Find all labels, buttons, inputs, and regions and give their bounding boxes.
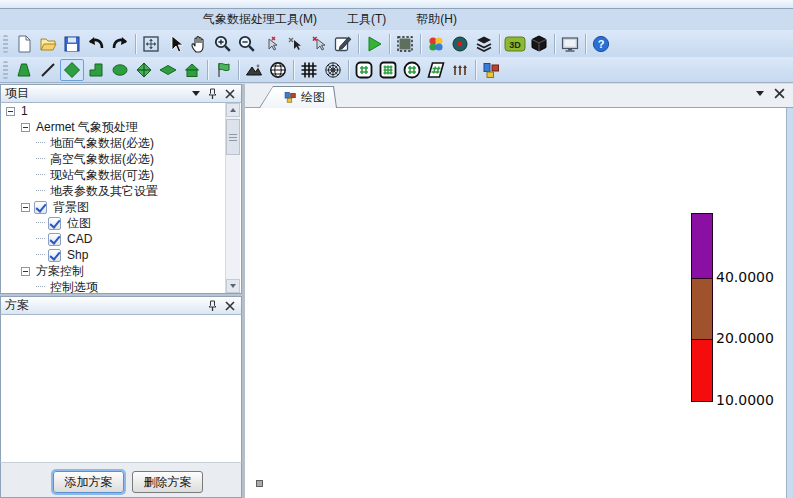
cube-icon[interactable] xyxy=(527,33,551,55)
tree-item-label[interactable]: 地面气象数据(必选) xyxy=(48,135,156,152)
tree-checkbox[interactable] xyxy=(48,233,61,246)
polygon-tool-icon[interactable] xyxy=(84,59,108,81)
help-icon[interactable]: ? xyxy=(589,33,613,55)
zoom-in-icon[interactable] xyxy=(211,33,235,55)
menu-help[interactable]: 帮助(H) xyxy=(408,9,465,30)
tree-expander-icon[interactable] xyxy=(21,123,30,132)
tree-item-label[interactable]: 方案控制 xyxy=(34,263,86,280)
tree-checkbox[interactable] xyxy=(48,249,61,262)
layers-icon[interactable] xyxy=(472,33,496,55)
color-blocks-icon[interactable] xyxy=(479,59,503,81)
fit-view-icon[interactable] xyxy=(139,33,163,55)
tree-item-label[interactable]: CAD xyxy=(65,232,94,246)
save-icon[interactable] xyxy=(60,33,84,55)
building-tool-icon[interactable] xyxy=(180,59,204,81)
tree-connector xyxy=(36,158,45,160)
tree-row[interactable]: CAD xyxy=(1,231,241,247)
grid-tool-icon[interactable] xyxy=(297,59,321,81)
tree-row[interactable]: 方案控制 xyxy=(1,263,241,279)
vertex-select-icon[interactable] xyxy=(259,33,283,55)
grid-rect-alt-icon[interactable] xyxy=(376,59,400,81)
tree-row[interactable]: 背景图 xyxy=(1,199,241,215)
tree-item-label[interactable]: 背景图 xyxy=(51,199,91,216)
tree-expander-icon[interactable] xyxy=(21,267,30,276)
new-file-icon[interactable] xyxy=(12,33,36,55)
tree-expander-icon[interactable] xyxy=(21,203,30,212)
color-palette-icon[interactable] xyxy=(424,33,448,55)
tree-item-label[interactable]: 现站气象数据(可选) xyxy=(48,167,156,184)
tree-item-label[interactable]: 高空气象数据(必选) xyxy=(48,151,156,168)
vertex-cut-icon[interactable] xyxy=(283,33,307,55)
display-window-icon[interactable] xyxy=(558,33,582,55)
menu-tools[interactable]: 工具(T) xyxy=(339,9,394,30)
delete-scheme-button[interactable]: 删除方案 xyxy=(132,471,203,493)
tree-item-label[interactable]: Aermet 气象预处理 xyxy=(34,119,140,136)
polar-grid-tool-icon[interactable] xyxy=(321,59,345,81)
panel-close-button[interactable] xyxy=(222,87,237,101)
mesh-diamond-tool-icon[interactable] xyxy=(132,59,156,81)
flat-diamond-tool-icon[interactable] xyxy=(156,59,180,81)
grid-rect-icon[interactable] xyxy=(352,59,376,81)
line-tool-icon[interactable] xyxy=(36,59,60,81)
tree-row[interactable]: Aermet 气象预处理 xyxy=(1,119,241,135)
ellipse-tool-icon[interactable] xyxy=(108,59,132,81)
tree-item-label[interactable]: 地表参数及其它设置 xyxy=(48,183,160,200)
open-file-icon[interactable] xyxy=(36,33,60,55)
globe-tool-icon[interactable] xyxy=(266,59,290,81)
scroll-down-button[interactable] xyxy=(226,279,240,293)
panel-close-button[interactable] xyxy=(222,299,237,313)
toolbar-grip[interactable] xyxy=(3,61,8,79)
panel-pin-button[interactable] xyxy=(205,87,220,101)
vertex-edit-icon[interactable] xyxy=(307,33,331,55)
run-icon[interactable] xyxy=(362,33,386,55)
edit-shape-icon[interactable] xyxy=(331,33,355,55)
tree-item-label[interactable]: 控制选项 xyxy=(48,279,100,295)
undo-icon[interactable] xyxy=(84,33,108,55)
tree-row[interactable]: 控制选项 xyxy=(1,279,241,294)
panel-menu-button[interactable] xyxy=(188,87,203,101)
tree-checkbox[interactable] xyxy=(48,217,61,230)
menu-main[interactable]: 气象数据处理工具(M) xyxy=(195,9,325,30)
tree-row[interactable]: 地面气象数据(必选) xyxy=(1,135,241,151)
tab-list-button[interactable] xyxy=(756,91,764,96)
tree-item-label[interactable]: 1 xyxy=(19,104,30,118)
toolbar-main: 3D ? xyxy=(0,30,793,57)
tree-row[interactable]: 现站气象数据(可选) xyxy=(1,167,241,183)
zoom-out-icon[interactable] xyxy=(235,33,259,55)
tree-checkbox[interactable] xyxy=(34,201,47,214)
drawing-canvas[interactable]: 40.000020.000010.0000 xyxy=(245,108,786,498)
terrain-tool-icon[interactable] xyxy=(242,59,266,81)
toolbar-grip[interactable] xyxy=(3,35,8,53)
surface-sphere-icon[interactable] xyxy=(448,33,472,55)
chevron-down-icon xyxy=(192,91,200,96)
selection-grid-icon[interactable] xyxy=(393,33,417,55)
tree-row[interactable]: 1 xyxy=(1,103,241,119)
tree-item-label[interactable]: 位图 xyxy=(65,215,93,232)
tree-row[interactable]: 地表参数及其它设置 xyxy=(1,183,241,199)
tab-close-button[interactable] xyxy=(774,88,785,99)
redo-icon[interactable] xyxy=(108,33,132,55)
view-3d-icon[interactable]: 3D xyxy=(503,33,527,55)
tree-row[interactable]: Shp xyxy=(1,247,241,263)
legend-value-label: 20.0000 xyxy=(716,330,774,346)
grid-skew-icon[interactable] xyxy=(424,59,448,81)
tree-row[interactable]: 位图 xyxy=(1,215,241,231)
add-scheme-button[interactable]: 添加方案 xyxy=(53,471,124,493)
diamond-tool-icon[interactable] xyxy=(60,59,84,81)
scroll-up-button[interactable] xyxy=(226,103,240,117)
area-tool-icon[interactable] xyxy=(12,59,36,81)
document-tab-bar: 绘图 xyxy=(245,84,793,108)
receptor-points-icon[interactable] xyxy=(448,59,472,81)
tab-drawing[interactable]: 绘图 xyxy=(259,86,337,108)
tree-expander-icon[interactable] xyxy=(6,107,15,116)
scheme-list[interactable] xyxy=(0,315,242,462)
tree-item-label[interactable]: Shp xyxy=(65,248,90,262)
scroll-thumb[interactable] xyxy=(226,119,240,155)
pan-hand-icon[interactable] xyxy=(187,33,211,55)
tree-scrollbar[interactable] xyxy=(225,103,240,293)
flag-tool-icon[interactable] xyxy=(211,59,235,81)
tree-row[interactable]: 高空气象数据(必选) xyxy=(1,151,241,167)
select-cursor-icon[interactable] xyxy=(163,33,187,55)
panel-pin-button[interactable] xyxy=(205,299,220,313)
grid-circle-icon[interactable] xyxy=(400,59,424,81)
